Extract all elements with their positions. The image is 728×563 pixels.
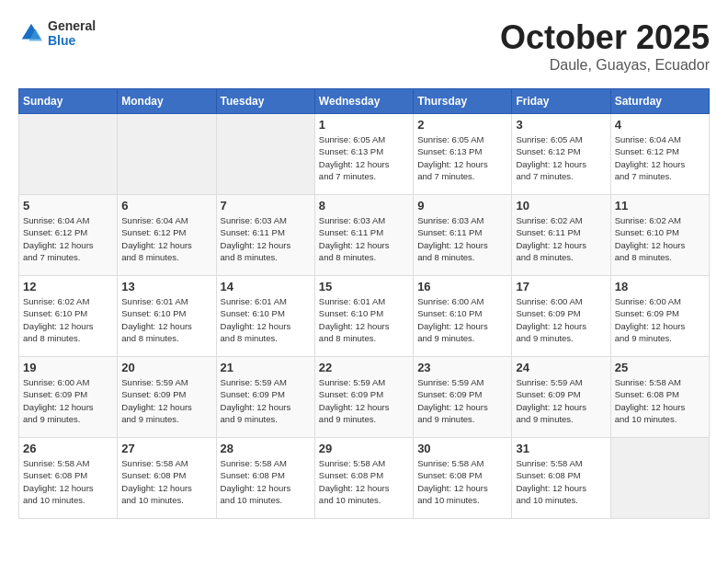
calendar-cell: 25Sunrise: 5:58 AM Sunset: 6:08 PM Dayli… [610, 357, 709, 438]
weekday-header-thursday: Thursday [414, 89, 512, 114]
day-info: Sunrise: 6:02 AM Sunset: 6:10 PM Dayligh… [615, 214, 705, 263]
day-number: 7 [221, 199, 311, 213]
calendar-week-2: 5Sunrise: 6:04 AM Sunset: 6:12 PM Daylig… [19, 195, 710, 276]
day-info: Sunrise: 6:02 AM Sunset: 6:11 PM Dayligh… [516, 214, 606, 263]
day-number: 12 [23, 280, 113, 293]
calendar-cell: 10Sunrise: 6:02 AM Sunset: 6:11 PM Dayli… [512, 195, 610, 276]
day-number: 28 [221, 442, 311, 455]
calendar-cell: 5Sunrise: 6:04 AM Sunset: 6:12 PM Daylig… [19, 195, 118, 276]
calendar-cell: 27Sunrise: 5:58 AM Sunset: 6:08 PM Dayli… [118, 438, 216, 519]
day-number: 20 [121, 361, 211, 374]
page-title: October 2025 [500, 18, 710, 57]
day-info: Sunrise: 6:03 AM Sunset: 6:11 PM Dayligh… [417, 214, 507, 263]
day-info: Sunrise: 5:58 AM Sunset: 6:08 PM Dayligh… [615, 376, 705, 425]
calendar-cell: 11Sunrise: 6:02 AM Sunset: 6:10 PM Dayli… [610, 195, 709, 276]
calendar-cell: 24Sunrise: 5:59 AM Sunset: 6:09 PM Dayli… [512, 357, 610, 438]
calendar-cell: 1Sunrise: 6:05 AM Sunset: 6:13 PM Daylig… [314, 114, 413, 195]
calendar-cell: 16Sunrise: 6:00 AM Sunset: 6:10 PM Dayli… [414, 276, 512, 357]
day-number: 29 [319, 442, 409, 455]
calendar-cell [610, 438, 709, 519]
calendar-cell: 8Sunrise: 6:03 AM Sunset: 6:11 PM Daylig… [314, 195, 413, 276]
calendar-cell: 12Sunrise: 6:02 AM Sunset: 6:10 PM Dayli… [19, 276, 118, 357]
calendar-cell: 30Sunrise: 5:58 AM Sunset: 6:08 PM Dayli… [414, 438, 512, 519]
day-info: Sunrise: 6:05 AM Sunset: 6:13 PM Dayligh… [319, 133, 409, 182]
day-info: Sunrise: 5:59 AM Sunset: 6:09 PM Dayligh… [516, 376, 606, 425]
day-info: Sunrise: 5:59 AM Sunset: 6:09 PM Dayligh… [417, 376, 507, 425]
day-number: 10 [516, 199, 606, 213]
day-info: Sunrise: 5:58 AM Sunset: 6:08 PM Dayligh… [23, 457, 113, 506]
day-number: 8 [319, 199, 409, 213]
day-info: Sunrise: 6:04 AM Sunset: 6:12 PM Dayligh… [615, 133, 705, 182]
day-number: 16 [417, 280, 507, 293]
calendar-cell: 31Sunrise: 5:58 AM Sunset: 6:08 PM Dayli… [512, 438, 610, 519]
day-info: Sunrise: 6:05 AM Sunset: 6:13 PM Dayligh… [417, 133, 507, 182]
calendar-cell: 23Sunrise: 5:59 AM Sunset: 6:09 PM Dayli… [414, 357, 512, 438]
calendar-cell [19, 114, 118, 195]
logo-blue-text: Blue [48, 33, 96, 48]
day-info: Sunrise: 6:01 AM Sunset: 6:10 PM Dayligh… [221, 295, 311, 344]
day-info: Sunrise: 6:03 AM Sunset: 6:11 PM Dayligh… [319, 214, 409, 263]
day-info: Sunrise: 5:58 AM Sunset: 6:08 PM Dayligh… [417, 457, 507, 506]
calendar-cell [118, 114, 216, 195]
calendar-week-5: 26Sunrise: 5:58 AM Sunset: 6:08 PM Dayli… [19, 438, 710, 519]
day-number: 13 [121, 280, 211, 293]
calendar-week-4: 19Sunrise: 6:00 AM Sunset: 6:09 PM Dayli… [19, 357, 710, 438]
day-number: 2 [417, 118, 507, 132]
calendar-cell: 17Sunrise: 6:00 AM Sunset: 6:09 PM Dayli… [512, 276, 610, 357]
calendar-cell [216, 114, 314, 195]
calendar-cell: 22Sunrise: 5:59 AM Sunset: 6:09 PM Dayli… [314, 357, 413, 438]
calendar-cell: 20Sunrise: 5:59 AM Sunset: 6:09 PM Dayli… [118, 357, 216, 438]
day-info: Sunrise: 5:59 AM Sunset: 6:09 PM Dayligh… [121, 376, 211, 425]
page-header: General Blue October 2025 Daule, Guayas,… [18, 18, 710, 74]
day-number: 23 [417, 361, 507, 374]
weekday-header-wednesday: Wednesday [314, 89, 413, 114]
day-number: 14 [221, 280, 311, 293]
day-info: Sunrise: 6:04 AM Sunset: 6:12 PM Dayligh… [121, 214, 211, 263]
day-number: 18 [615, 280, 705, 293]
weekday-header-sunday: Sunday [19, 89, 118, 114]
calendar-cell: 6Sunrise: 6:04 AM Sunset: 6:12 PM Daylig… [118, 195, 216, 276]
day-info: Sunrise: 6:01 AM Sunset: 6:10 PM Dayligh… [319, 295, 409, 344]
calendar-header-row: SundayMondayTuesdayWednesdayThursdayFrid… [19, 89, 710, 114]
calendar-cell: 14Sunrise: 6:01 AM Sunset: 6:10 PM Dayli… [216, 276, 314, 357]
day-number: 15 [319, 280, 409, 293]
day-info: Sunrise: 5:58 AM Sunset: 6:08 PM Dayligh… [516, 457, 606, 506]
day-info: Sunrise: 6:05 AM Sunset: 6:12 PM Dayligh… [516, 133, 606, 182]
day-number: 22 [319, 361, 409, 374]
day-info: Sunrise: 5:58 AM Sunset: 6:08 PM Dayligh… [319, 457, 409, 506]
day-number: 5 [23, 199, 113, 213]
calendar-cell: 13Sunrise: 6:01 AM Sunset: 6:10 PM Dayli… [118, 276, 216, 357]
day-number: 30 [417, 442, 507, 455]
calendar-cell: 15Sunrise: 6:01 AM Sunset: 6:10 PM Dayli… [314, 276, 413, 357]
day-info: Sunrise: 5:58 AM Sunset: 6:08 PM Dayligh… [221, 457, 311, 506]
day-number: 11 [615, 199, 705, 213]
calendar-week-1: 1Sunrise: 6:05 AM Sunset: 6:13 PM Daylig… [19, 114, 710, 195]
calendar-cell: 7Sunrise: 6:03 AM Sunset: 6:11 PM Daylig… [216, 195, 314, 276]
calendar-cell: 9Sunrise: 6:03 AM Sunset: 6:11 PM Daylig… [414, 195, 512, 276]
calendar-body: 1Sunrise: 6:05 AM Sunset: 6:13 PM Daylig… [19, 114, 710, 519]
day-info: Sunrise: 6:00 AM Sunset: 6:10 PM Dayligh… [417, 295, 507, 344]
day-number: 6 [121, 199, 211, 213]
day-info: Sunrise: 5:58 AM Sunset: 6:08 PM Dayligh… [121, 457, 211, 506]
calendar-cell: 19Sunrise: 6:00 AM Sunset: 6:09 PM Dayli… [19, 357, 118, 438]
day-number: 9 [417, 199, 507, 213]
day-number: 25 [615, 361, 705, 374]
page-subtitle: Daule, Guayas, Ecuador [500, 57, 710, 74]
logo-icon [18, 20, 44, 46]
calendar-table: SundayMondayTuesdayWednesdayThursdayFrid… [18, 88, 710, 519]
logo-general-text: General [48, 18, 96, 33]
day-info: Sunrise: 6:00 AM Sunset: 6:09 PM Dayligh… [23, 376, 113, 425]
day-info: Sunrise: 5:59 AM Sunset: 6:09 PM Dayligh… [319, 376, 409, 425]
day-number: 26 [23, 442, 113, 455]
weekday-header-friday: Friday [512, 89, 610, 114]
calendar-cell: 26Sunrise: 5:58 AM Sunset: 6:08 PM Dayli… [19, 438, 118, 519]
day-info: Sunrise: 6:00 AM Sunset: 6:09 PM Dayligh… [516, 295, 606, 344]
day-info: Sunrise: 6:00 AM Sunset: 6:09 PM Dayligh… [615, 295, 705, 344]
weekday-header-monday: Monday [118, 89, 216, 114]
weekday-header-tuesday: Tuesday [216, 89, 314, 114]
calendar-cell: 2Sunrise: 6:05 AM Sunset: 6:13 PM Daylig… [414, 114, 512, 195]
calendar-cell: 28Sunrise: 5:58 AM Sunset: 6:08 PM Dayli… [216, 438, 314, 519]
title-block: October 2025 Daule, Guayas, Ecuador [500, 18, 710, 74]
calendar-cell: 18Sunrise: 6:00 AM Sunset: 6:09 PM Dayli… [610, 276, 709, 357]
calendar-cell: 29Sunrise: 5:58 AM Sunset: 6:08 PM Dayli… [314, 438, 413, 519]
